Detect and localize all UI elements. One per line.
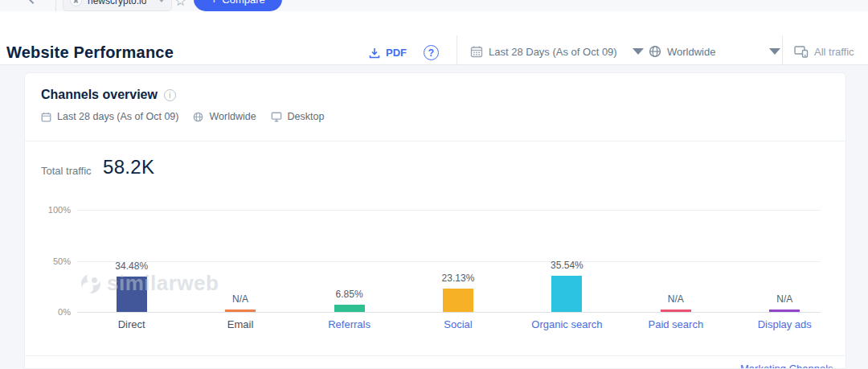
category-label-referrals[interactable]: Referrals [328,318,371,330]
question-mark-icon: ? [428,47,434,59]
chart-column: N/AEmail [186,210,294,312]
chart-column: 6.85%Referrals [295,210,403,312]
bar-value-label: N/A [776,293,792,305]
y-axis-tick-label: 100% [29,205,71,215]
chart-plot: 100%50%0%34.48%DirectN/AEmail6.85%Referr… [77,210,821,312]
bar-direct[interactable] [117,277,147,312]
calendar-icon [41,112,51,122]
site-chip-label: newscrypto.io [88,0,146,6]
divider [55,0,56,11]
category-label-paid-search[interactable]: Paid search [648,318,703,330]
card-title: Channels overview [41,88,158,102]
date-range-label: Last 28 Days (As of Oct 09) [489,46,617,58]
dropdown-arrow-icon [633,48,644,55]
page-header: Website Performance PDF ? Last 28 Days (… [0,11,868,65]
back-chevron-icon[interactable] [27,0,39,4]
chart-column: N/ADisplay ads [731,210,839,312]
bar-referrals[interactable] [334,305,365,312]
bar-value-label: 6.85% [336,289,363,300]
pdf-label: PDF [386,47,407,59]
total-traffic-label: Total traffic [41,165,92,177]
chart-column: 35.54%Organic search [513,210,621,312]
divider [25,355,845,356]
chart-column: 23.13%Social [403,210,512,312]
top-navigation-bar: newscrypto.io ☆ + Compare [0,0,868,11]
subtitle-date: Last 28 days (As of Oct 09) [57,111,178,122]
chart-column: N/APaid search [621,210,730,312]
bar-organic-search[interactable] [551,276,582,312]
category-label-social[interactable]: Social [444,318,472,330]
site-search-chip[interactable]: newscrypto.io [63,0,172,11]
plus-icon: + [211,0,217,5]
pdf-export-button[interactable]: PDF [369,47,407,59]
bar-value-label: N/A [232,293,248,305]
bar-value-label: 23.13% [442,273,475,284]
bar-social[interactable] [443,289,473,312]
marketing-channels-link[interactable]: Marketing Channels [740,363,833,369]
bar-value-label: N/A [668,293,684,305]
divider [782,35,783,66]
calendar-icon [470,45,483,58]
country-label: Worldwide [667,46,715,58]
card-subtitle: Last 28 days (As of Oct 09) Worldwide De… [41,111,324,122]
category-label-organic-search[interactable]: Organic search [531,318,602,330]
bar-paid-search[interactable] [661,310,691,312]
devices-icon [794,45,809,58]
subtitle-device: Desktop [288,111,325,122]
gridline [77,312,821,313]
bar-email[interactable] [225,310,256,312]
chart-column: 34.48%Direct [77,210,186,312]
traffic-type-label: All traffic [814,46,854,58]
info-icon[interactable]: i [164,89,176,101]
dropdown-arrow-icon [769,48,780,55]
download-icon [369,47,380,59]
traffic-type-dropdown[interactable]: All traffic [794,45,854,58]
app-window: newscrypto.io ☆ + Compare Website Perfor… [0,0,868,369]
divider [457,35,457,66]
globe-icon [649,45,661,58]
favorite-star-icon[interactable]: ☆ [174,0,186,10]
country-dropdown[interactable]: Worldwide [649,45,780,58]
desktop-icon [271,112,282,122]
channels-overview-card: Channels overview i Last 28 days (As of … [24,72,846,369]
y-axis-tick-label: 0% [29,307,71,317]
category-label-display-ads[interactable]: Display ads [758,318,812,330]
category-label-email: Email [227,318,254,330]
globe-icon [193,112,203,122]
y-axis-tick-label: 50% [29,256,71,266]
bar-display-ads[interactable] [769,310,800,312]
compare-button-label: Compare [222,0,264,6]
compare-button[interactable]: + Compare [194,0,282,11]
date-range-dropdown[interactable]: Last 28 Days (As of Oct 09) [470,45,644,58]
subtitle-geo: Worldwide [209,111,256,122]
bar-columns: 34.48%DirectN/AEmail6.85%Referrals23.13%… [77,210,839,312]
bar-value-label: 35.54% [551,260,583,271]
remove-site-icon[interactable] [70,0,82,6]
category-label-direct: Direct [118,318,145,330]
bar-value-label: 34.48% [115,260,148,272]
help-button[interactable]: ? [424,45,439,60]
chevron-down-icon[interactable] [158,0,165,2]
total-traffic-value: 58.2K [103,156,154,178]
divider [25,141,845,141]
page-title: Website Performance [6,43,174,62]
